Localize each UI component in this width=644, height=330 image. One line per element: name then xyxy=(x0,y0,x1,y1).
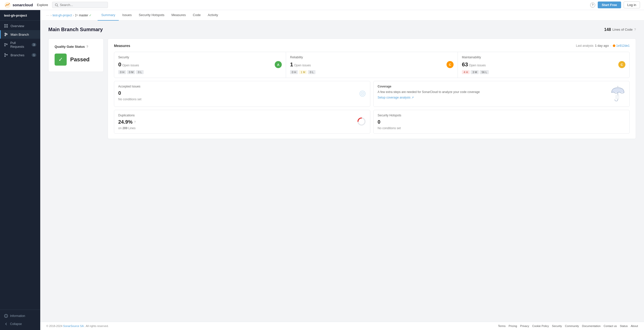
duplications-donut-icon xyxy=(357,117,366,127)
security-grade: A xyxy=(275,61,282,68)
badge: 3 M xyxy=(471,70,479,74)
footer-link-pricing[interactable]: Pricing xyxy=(509,324,517,327)
loc-count: 148 xyxy=(604,27,611,32)
security-badges: 0 H 0 M 0 L xyxy=(118,70,282,74)
security-hotspots-label: Security Hotspots xyxy=(378,114,625,117)
svg-point-22 xyxy=(75,14,76,15)
loc-label: Lines of Code xyxy=(613,28,633,31)
footer-link-documentation[interactable]: Documentation xyxy=(582,324,600,327)
breadcrumb-project[interactable]: test-gh-project xyxy=(53,14,72,17)
footer-link-security[interactable]: Security xyxy=(552,324,562,327)
tab-code[interactable]: Code xyxy=(189,10,204,21)
footer-link-about[interactable]: About xyxy=(631,324,638,327)
svg-rect-3 xyxy=(4,24,6,26)
tab-issues[interactable]: Issues xyxy=(119,10,135,21)
reliability-count: 1 xyxy=(290,61,293,68)
qg-check-box: ✓ xyxy=(55,54,67,66)
collapse-icon xyxy=(4,322,8,326)
sidebar-nav: Overview Main Branch xyxy=(0,21,40,310)
logo[interactable]: sonarcloud xyxy=(4,2,33,9)
footer-link-status[interactable]: Status xyxy=(620,324,628,327)
svg-point-11 xyxy=(5,43,6,44)
tab-summary[interactable]: Summary xyxy=(98,10,119,21)
pull-requests-badge: 3 xyxy=(32,43,36,46)
metric-coverage: Coverage A few extra steps are needed fo… xyxy=(373,81,630,107)
reliability-label: Reliability xyxy=(290,56,454,59)
sidebar-item-pull-requests[interactable]: Pull Requests 3 xyxy=(0,39,40,51)
svg-point-7 xyxy=(5,33,6,34)
sidebar-item-information[interactable]: Information xyxy=(0,312,40,320)
footer-link-contact[interactable]: Contact us xyxy=(603,324,617,327)
svg-point-9 xyxy=(6,34,7,35)
svg-point-0 xyxy=(5,2,11,8)
duplications-help-icon[interactable]: ? xyxy=(134,120,136,124)
metrics-row-bottom: Accepted Issues 0 No conditions set xyxy=(114,81,630,107)
security-hotspots-count: 0 xyxy=(378,119,625,125)
commit-dot xyxy=(613,44,615,47)
coverage-setup-link[interactable]: Setup coverage analysis ↗ xyxy=(378,96,607,99)
breadcrumb-home[interactable]: ··· xyxy=(46,14,50,17)
footer-link-cookie-policy[interactable]: Cookie Policy xyxy=(532,324,549,327)
sidebar-item-label: Pull Requests xyxy=(10,41,29,49)
start-free-button[interactable]: Start Free xyxy=(598,2,621,8)
breadcrumb: ··· › test-gh-project › master ✓ xyxy=(46,14,92,17)
help-button[interactable]: ? xyxy=(590,3,595,8)
tab-security-hotspots[interactable]: Security Hotspots xyxy=(135,10,168,21)
summary-grid: Quality Gate Status ? ✓ Passed Measures xyxy=(48,38,636,139)
footer: © 2018-2024 SonarSource SA . All rights … xyxy=(40,322,644,330)
coverage-title: Coverage xyxy=(378,85,607,88)
footer-link-community[interactable]: Community xyxy=(565,324,579,327)
footer-copyright: © 2018-2024 SonarSource SA . All rights … xyxy=(46,324,109,327)
maintainability-grade: C xyxy=(618,61,625,68)
search-input[interactable] xyxy=(60,3,105,7)
metrics-row-top: Security 0 Open issues A 0 H 0 M xyxy=(114,52,630,78)
svg-point-15 xyxy=(5,54,6,54)
badge: 0 H xyxy=(118,70,126,74)
qg-help-icon[interactable]: ? xyxy=(86,45,88,49)
sidebar-item-main-branch[interactable]: Main Branch xyxy=(0,30,40,39)
footer-link-terms[interactable]: Terms xyxy=(498,324,506,327)
breadcrumb-sep1: › xyxy=(51,14,52,17)
logo-text: sonarcloud xyxy=(13,3,33,7)
duplications-label: Duplications xyxy=(118,114,366,117)
grid-icon xyxy=(4,24,8,28)
information-label: Information xyxy=(10,314,25,318)
metric-duplications: Duplications 24.9% ? on 289 Lines xyxy=(114,110,370,134)
coverage-text: Coverage A few extra steps are needed fo… xyxy=(378,85,607,99)
sidebar-item-overview[interactable]: Overview xyxy=(0,22,40,30)
loc-help-icon[interactable]: ? xyxy=(634,28,636,31)
coverage-desc: A few extra steps are needed for SonarCl… xyxy=(378,90,607,94)
login-button[interactable]: Log in xyxy=(624,2,640,8)
reliability-badges: 0 H 1 M 0 L xyxy=(290,70,454,74)
sidebar-collapse-button[interactable]: Collapse xyxy=(0,320,40,328)
search-icon xyxy=(55,3,58,7)
branches-badge: 1 xyxy=(32,53,36,57)
quality-gate-card: Quality Gate Status ? ✓ Passed xyxy=(48,38,104,72)
explore-link[interactable]: Explore xyxy=(37,3,48,7)
badge: 56 L xyxy=(480,70,489,74)
sidebar-item-label: Overview xyxy=(11,24,24,28)
duplications-lines: on 289 Lines xyxy=(118,126,366,130)
footer-link-privacy[interactable]: Privacy xyxy=(520,324,529,327)
commit-link[interactable]: 1e912de1 xyxy=(613,44,630,48)
tab-activity[interactable]: Activity xyxy=(204,10,222,21)
duplications-percent: 24.9% xyxy=(118,119,133,125)
sidebar-item-branches[interactable]: Branches 1 xyxy=(0,51,40,59)
tab-measures[interactable]: Measures xyxy=(168,10,189,21)
sidebar-item-label: Main Branch xyxy=(11,33,29,36)
footer-company-link[interactable]: SonarSource SA xyxy=(63,324,84,327)
sidebar-bottom: Information Collapse xyxy=(0,310,40,330)
reliability-grade: C xyxy=(447,61,454,68)
metrics-row-third: Duplications 24.9% ? on 289 Lines xyxy=(114,110,630,134)
maintainability-count: 63 xyxy=(462,61,468,68)
badge: 0 L xyxy=(136,70,143,74)
search-box[interactable] xyxy=(52,2,108,8)
page-title: Main Branch Summary xyxy=(48,27,103,32)
tabs-container: Summary Issues Security Hotspots Measure… xyxy=(98,10,221,21)
branch-small-icon xyxy=(75,14,78,17)
metric-security: Security 0 Open issues A 0 H 0 M xyxy=(114,52,286,78)
svg-point-12 xyxy=(5,45,6,46)
external-link-icon: ↗ xyxy=(411,96,414,99)
metric-maintainability: Maintainability 63 Open issues C 4 H xyxy=(458,52,629,78)
badge: 0 L xyxy=(308,70,315,74)
